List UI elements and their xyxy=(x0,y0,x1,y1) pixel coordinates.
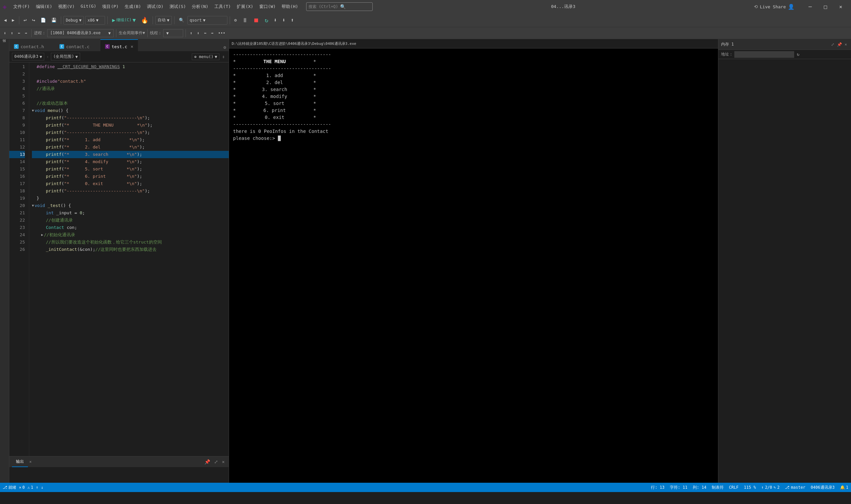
debug-tb-btn-1[interactable]: ⬇ xyxy=(2,30,8,37)
pause-btn[interactable]: ⏸ xyxy=(240,15,250,25)
menu-extensions[interactable]: 扩展(X) xyxy=(234,2,255,11)
console-content[interactable]: ----------------------------------- * TH… xyxy=(229,49,718,483)
code-content[interactable]: #define __CRT_SECURE_NO_WARNINGS 1 #incl… xyxy=(29,62,229,456)
down-arrow[interactable]: ↓ xyxy=(41,485,43,490)
collapse-20[interactable]: ▼ xyxy=(32,202,34,209)
tab-test-c[interactable]: C test.c × xyxy=(101,39,138,51)
memory-panel-close[interactable]: × xyxy=(843,41,848,48)
menu-git[interactable]: Git(G) xyxy=(78,2,99,11)
thread-nav-left[interactable]: ⬅ xyxy=(202,30,208,37)
memory-address-input[interactable] xyxy=(734,51,794,58)
func-selector[interactable]: ⊕ menu() ▼ xyxy=(192,53,219,60)
redo-btn[interactable]: ↪ xyxy=(30,16,37,24)
thread-nav-up[interactable]: ⬆ xyxy=(188,30,194,37)
menu-edit[interactable]: 编辑(E) xyxy=(33,2,55,11)
menu-help[interactable]: 帮助(H) xyxy=(279,2,301,11)
scope-selector[interactable]: (全局范围) ▼ xyxy=(51,53,80,60)
output-pin-btn[interactable]: 📌 xyxy=(203,458,211,465)
status-git-icon[interactable]: ⎇ 就绪 xyxy=(3,485,16,490)
settings-icon-btn[interactable]: ⚙ xyxy=(232,16,239,24)
platform-dropdown[interactable]: x86 ▼ xyxy=(85,16,105,24)
memory-panel-header: 内存 1 ⤢ 📌 × xyxy=(719,39,851,50)
hot-reload-btn[interactable]: 🔥 xyxy=(139,15,150,25)
tab-close-test-c[interactable]: × xyxy=(131,44,133,49)
tab-settings-btn[interactable]: ⚙ xyxy=(221,43,229,51)
status-line-ending[interactable]: CRLF xyxy=(729,485,739,490)
menu-debug[interactable]: 调试(D) xyxy=(144,2,166,11)
status-error-count[interactable]: ✕ 0 xyxy=(19,485,24,490)
debug-tb-btn-4[interactable]: ➡ xyxy=(23,30,29,37)
status-project[interactable]: 0406通讯录3 xyxy=(811,485,835,490)
close-button[interactable]: × xyxy=(833,0,848,13)
status-char: 字符: 11 xyxy=(670,485,688,490)
line-7: 7 xyxy=(9,107,25,114)
restart-btn[interactable]: ↻ xyxy=(263,15,270,25)
step-out-btn[interactable]: ⬆ xyxy=(288,16,296,24)
status-tab[interactable]: 制表符 xyxy=(712,485,724,490)
auto-dropdown[interactable]: 自动 ▼ xyxy=(155,16,172,24)
menu-build[interactable]: 生成(B) xyxy=(122,2,144,11)
nav-forward-btn[interactable]: ▶ xyxy=(10,16,17,24)
save-all-btn[interactable]: 💾 xyxy=(49,16,58,24)
console-div-2: ----------------------------------- xyxy=(233,65,714,72)
memory-refresh-btn[interactable]: ↻ xyxy=(797,52,799,57)
collapse-24[interactable]: ▶ xyxy=(41,231,43,238)
continue-btn[interactable]: ▶ 继续(C) ▼ xyxy=(110,16,138,24)
line-8: 8 xyxy=(9,114,25,122)
sidebar-icon-1[interactable]: 注 xyxy=(1,40,8,43)
search-icon-btn[interactable]: 🔍 xyxy=(177,16,186,24)
tab-label-test-c: test.c xyxy=(112,44,127,49)
save-file-btn[interactable]: 📄 xyxy=(39,16,48,24)
line-19: 19 xyxy=(9,195,25,202)
tab-contact-h[interactable]: C contact.h × xyxy=(9,39,55,51)
live-share-label[interactable]: Live Share xyxy=(760,4,786,9)
debug-mode-dropdown[interactable]: Debug ▼ xyxy=(64,16,84,24)
sidebar-icon-2[interactable]: 释 xyxy=(1,44,8,47)
lifecycle-btn[interactable]: 生命周期事件▼ xyxy=(119,30,145,36)
undo-btn[interactable]: ↩ xyxy=(22,16,29,24)
search-box[interactable]: 搜索 (Ctrl+Q) 🔍 xyxy=(306,2,373,11)
nav-back-btn[interactable]: ◀ xyxy=(2,16,8,24)
menu-window[interactable]: 窗口(W) xyxy=(256,2,278,11)
step-into-btn[interactable]: ⬇ xyxy=(280,16,287,24)
status-git-branch[interactable]: ⎇ master xyxy=(785,485,805,490)
tab-contact-c[interactable]: C contact.c × xyxy=(55,39,101,51)
maximize-button[interactable]: □ xyxy=(818,0,833,13)
stop-btn[interactable]: ⏹ xyxy=(251,15,261,25)
zoom-control[interactable]: 115 % xyxy=(744,485,756,490)
process-dropdown[interactable]: qsort ▼ xyxy=(188,16,227,24)
debug-tb-btn-2[interactable]: ⬆ xyxy=(9,30,15,37)
code-line-5 xyxy=(32,92,229,100)
step-over-btn[interactable]: ⬇ xyxy=(271,16,279,24)
status-warning-count[interactable]: ⚠ 1 xyxy=(27,485,33,490)
menu-test[interactable]: 测试(S) xyxy=(167,2,189,11)
console-menu-5: * 5. sort * xyxy=(233,100,316,107)
profile-icon[interactable]: 👤 xyxy=(788,4,795,10)
project-selector[interactable]: 0406通讯录3 ▼ xyxy=(12,53,44,60)
process-selector[interactable]: [1060] 0406通讯录3.exe ▼ xyxy=(47,29,114,37)
up-arrow[interactable]: ↑ xyxy=(36,485,38,490)
minimize-button[interactable]: ─ xyxy=(802,0,818,13)
menu-file[interactable]: 文件(F) xyxy=(11,2,32,11)
output-tab-close[interactable]: × xyxy=(29,460,32,464)
collapse-7[interactable]: ▼ xyxy=(32,107,34,114)
console-menu-1: * 1. add * xyxy=(233,72,316,79)
split-editor-btn[interactable]: ⇕ xyxy=(221,53,226,60)
output-expand-btn[interactable]: ⤢ xyxy=(213,458,219,465)
menu-project[interactable]: 项目(P) xyxy=(100,2,121,11)
console-window: D:\比特就业课105期\C语言进阶\0406通讯录3\Debug\0406通讯… xyxy=(229,39,718,483)
output-tab[interactable]: 输出 xyxy=(12,456,28,467)
menu-analyze[interactable]: 分析(N) xyxy=(189,2,211,11)
thread-nav-down[interactable]: ⬇ xyxy=(195,30,201,37)
menu-view[interactable]: 视图(V) xyxy=(55,2,77,11)
main-toolbar: ◀ ▶ ↩ ↪ 📄 💾 Debug ▼ x86 ▼ ▶ 继续(C) ▼ 🔥 自动… xyxy=(0,13,851,27)
debug-tb-btn-3[interactable]: ⬅ xyxy=(16,30,22,37)
memory-panel-expand[interactable]: ⤢ xyxy=(830,41,836,48)
thread-selector[interactable]: ▼ xyxy=(163,29,183,37)
thread-more[interactable]: ••• xyxy=(216,30,227,37)
memory-panel-pin[interactable]: 📌 xyxy=(836,41,843,48)
status-notification[interactable]: 🔔 1 xyxy=(840,485,848,490)
output-close-btn[interactable]: × xyxy=(221,458,226,465)
menu-tools[interactable]: 工具(T) xyxy=(212,2,233,11)
thread-nav-right[interactable]: ➡ xyxy=(209,30,215,37)
